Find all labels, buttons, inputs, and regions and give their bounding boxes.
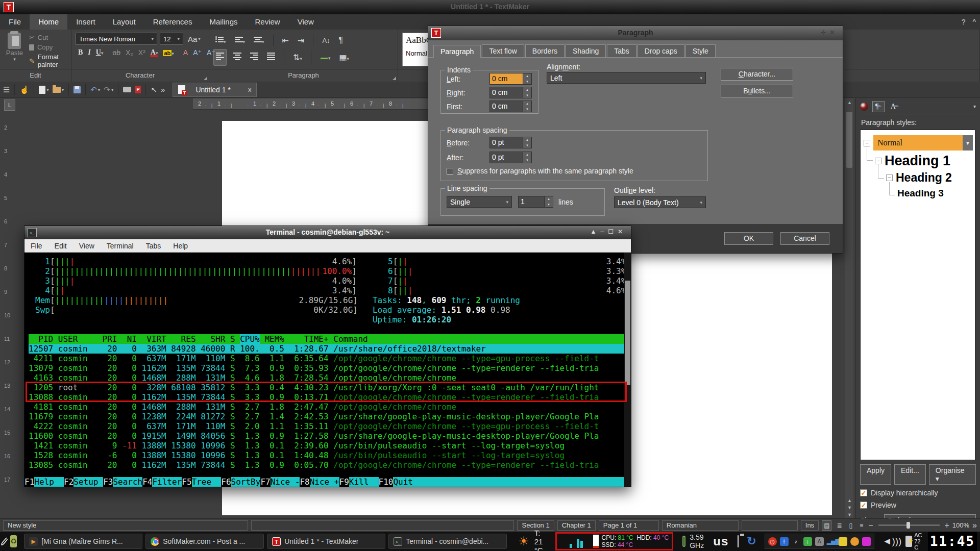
- numbered-list-button[interactable]: ▾: [233, 34, 248, 47]
- hamburger-menu-icon[interactable]: ☰: [3, 85, 10, 94]
- collapse-node-icon[interactable]: −: [864, 140, 870, 146]
- terminal-menu-edit[interactable]: Edit: [55, 242, 67, 250]
- preview-checkbox[interactable]: ✓ Preview: [860, 501, 976, 509]
- borders-button[interactable]: ▦▾: [337, 51, 351, 64]
- copy-button[interactable]: Copy: [29, 43, 67, 51]
- after-field[interactable]: 0 pt ▲▼: [489, 152, 532, 163]
- formatting-marks-button[interactable]: ¶: [337, 34, 346, 46]
- collapse-ribbon-icon[interactable]: ^: [972, 18, 976, 26]
- process-row-4181[interactable]: 4181 cosmin 20 0 1468M 288M 131M S 2.7 1…: [29, 402, 631, 412]
- menu-tab-view[interactable]: View: [289, 14, 323, 30]
- font-color-button[interactable]: A▾: [148, 47, 161, 57]
- save-icon[interactable]: [74, 86, 81, 93]
- cut-button[interactable]: ✂ Cut: [29, 34, 67, 41]
- subscript-button[interactable]: X₂: [123, 48, 136, 57]
- strikethrough-button[interactable]: ab: [110, 48, 123, 57]
- zoom-slider[interactable]: [878, 524, 940, 526]
- cpu-frequency-icon[interactable]: [682, 536, 685, 547]
- language-indicator[interactable]: Romanian: [662, 520, 739, 531]
- cpu-frequency[interactable]: 3.59 GHz: [690, 533, 704, 549]
- shrink-font-button[interactable]: A⁻: [204, 48, 218, 57]
- character-button[interactable]: Character...: [721, 68, 793, 81]
- ok-button[interactable]: OK: [724, 232, 773, 245]
- process-row-12507[interactable]: 12507 cosmin 20 0 363M 84928 46000 R 100…: [29, 344, 625, 354]
- undo-icon[interactable]: ↶▾: [90, 85, 100, 94]
- clipboard-manager-icon[interactable]: [738, 535, 739, 547]
- underline-button[interactable]: U▾: [93, 47, 106, 57]
- terminal-titlebar[interactable]: >_ Terminal - cosmin@debian-gl553v: ~ ▲–…: [24, 226, 631, 239]
- paste-button[interactable]: Paste ▾: [4, 33, 25, 62]
- terminal-content[interactable]: 1[||||4.6%] 5[||3.4%]2[|||||||||||||||||…: [24, 253, 631, 487]
- close-tab-icon[interactable]: x: [241, 86, 252, 93]
- terminal-menu-terminal[interactable]: Terminal: [107, 242, 134, 250]
- minimize-icon[interactable]: –: [600, 228, 608, 235]
- print-icon[interactable]: [123, 87, 131, 92]
- alarm-icon[interactable]: ◷: [768, 537, 777, 546]
- dialog-tab-text-flow[interactable]: Text flow: [482, 44, 524, 57]
- menu-tab-insert[interactable]: Insert: [67, 14, 104, 30]
- chapter-indicator[interactable]: Chapter 1: [557, 520, 596, 531]
- dialog-tab-style[interactable]: Style: [685, 44, 716, 57]
- close-icon[interactable]: ✕: [618, 228, 627, 235]
- dialog-pin-icon[interactable]: ✛: [820, 29, 829, 36]
- character-dialog-launcher[interactable]: [204, 77, 207, 80]
- clear-formatting-button[interactable]: A: [181, 48, 190, 57]
- taskbar-window-play-music[interactable]: ▶[Mi Gna (Maître Gims R...: [24, 534, 142, 549]
- bullet-list-button[interactable]: ▾: [213, 34, 228, 47]
- menu-tab-review[interactable]: Review: [247, 14, 289, 30]
- spin-down-icon[interactable]: ▼: [545, 202, 553, 208]
- process-row-4211[interactable]: 4211 cosmin 20 0 637M 171M 110M S 8.6 1.…: [29, 354, 631, 363]
- spin-down-icon[interactable]: ▼: [523, 79, 531, 85]
- apply-style-button[interactable]: Apply: [860, 464, 891, 485]
- align-center-button[interactable]: [231, 49, 243, 65]
- htop-table-header[interactable]: PID USER PRI NI VIRT RES SHR S CPU% MEM%…: [29, 334, 625, 344]
- style-dropdown-icon[interactable]: ▼: [963, 135, 973, 151]
- terminal-menu-tabs[interactable]: Tabs: [146, 242, 161, 250]
- dialog-tab-shading[interactable]: Shading: [566, 44, 606, 57]
- process-row-4222[interactable]: 4222 cosmin 20 0 637M 171M 110M S 2.0 1.…: [29, 421, 631, 431]
- left-indent-field[interactable]: 0 cm ▲▼: [489, 73, 532, 85]
- taskbar-window-textmaker[interactable]: TUntitled 1 * - TextMaker: [267, 534, 385, 549]
- start-menu-icon[interactable]: [0, 536, 9, 546]
- process-row-1421[interactable]: 1421 cosmin 9 -11 1388M 15380 10996 S 1.…: [29, 441, 631, 450]
- sidebar-options-icon[interactable]: ▾: [973, 104, 976, 109]
- scrollbar-thumb[interactable]: [846, 112, 852, 168]
- change-case-button[interactable]: Aa▾: [186, 33, 203, 45]
- highlight-button[interactable]: ab▾: [160, 48, 176, 57]
- page-up-icon[interactable]: ▲: [845, 498, 854, 503]
- style-item-heading-1[interactable]: −Heading 1: [875, 153, 950, 169]
- process-row-13085[interactable]: 13085 cosmin 20 0 1162M 135M 73844 S 1.3…: [29, 460, 631, 470]
- style-item-normal[interactable]: −Normal▼: [864, 135, 973, 151]
- ruler-corner-box[interactable]: L: [4, 99, 15, 111]
- sync-icon[interactable]: ↻: [747, 535, 756, 548]
- taskbar-window-chrome[interactable]: SoftMaker.com - Post a ...: [145, 534, 264, 549]
- process-row-13079[interactable]: 13079 cosmin 20 0 1162M 135M 73844 S 7.3…: [29, 363, 631, 373]
- collapse-node-icon[interactable]: −: [886, 174, 893, 181]
- keyboard-layout-indicator[interactable]: us: [713, 534, 728, 548]
- more-tools-icon[interactable]: »: [161, 85, 165, 94]
- outline-level-select[interactable]: Level 0 (Body Text)▾: [614, 196, 706, 208]
- format-painter-button[interactable]: ✎ Format painter: [29, 53, 67, 68]
- taskbar-window-terminal[interactable]: >_Terminal - cosmin@debi...: [388, 534, 507, 549]
- menu-tab-mailings[interactable]: Mailings: [201, 14, 246, 30]
- volume-icon[interactable]: ◄))): [883, 536, 902, 547]
- justify-button[interactable]: [265, 49, 277, 65]
- bold-button[interactable]: B: [76, 47, 85, 57]
- menu-tab-layout[interactable]: Layout: [104, 14, 144, 30]
- shading-button[interactable]: ▾: [318, 51, 333, 63]
- spin-down-icon[interactable]: ▼: [523, 158, 531, 163]
- cancel-button[interactable]: Cancel: [780, 232, 829, 245]
- process-row-11679[interactable]: 11679 cosmin 20 0 1238M 224M 81272 S 2.7…: [29, 412, 631, 421]
- insert-mode-indicator[interactable]: Ins: [801, 520, 819, 531]
- style-item-heading-2[interactable]: −Heading 2: [886, 171, 952, 185]
- vertical-ruler[interactable]: 234567891011121314151617: [0, 113, 13, 518]
- spin-up-icon[interactable]: ▲: [523, 87, 531, 93]
- menu-tab-references[interactable]: References: [144, 14, 201, 30]
- dialog-tab-borders[interactable]: Borders: [525, 44, 565, 57]
- document-scrollbar[interactable]: ▲ ▲ ▼ ▼: [845, 98, 853, 518]
- dialog-tab-tabs[interactable]: Tabs: [607, 44, 636, 57]
- character-styles-tool-icon[interactable]: A✎: [889, 101, 901, 112]
- grow-font-button[interactable]: A⁺: [190, 48, 204, 57]
- style-name-field[interactable]: New style: [3, 520, 248, 531]
- terminal-menu-file[interactable]: File: [31, 242, 42, 250]
